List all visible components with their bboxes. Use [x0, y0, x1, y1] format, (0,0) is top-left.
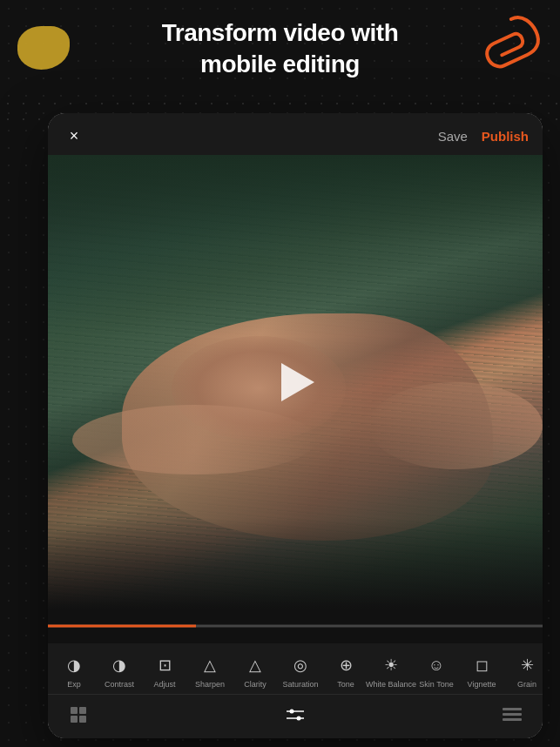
tool-grain[interactable]: ✳Grain — [504, 652, 543, 690]
tool-tone[interactable]: ⊕Tone — [323, 652, 368, 690]
tool-icon-skin-tone: ☺ — [425, 654, 448, 676]
tool-label-vignette: Vignette — [468, 680, 496, 689]
tools-row: ◑Exp◑Contrast⊡Adjust△Sharpen△Clarity◎Sat… — [48, 643, 543, 694]
bottom-toolbar: ◑Exp◑Contrast⊡Adjust△Sharpen△Clarity◎Sat… — [48, 643, 543, 738]
arm-right — [368, 382, 543, 469]
tablet-frame: × Save Publish — [48, 113, 543, 738]
tool-icon-grain: ✳ — [516, 654, 538, 676]
svg-rect-8 — [503, 708, 522, 710]
video-area[interactable] — [48, 155, 543, 609]
tool-label-skin-tone: Skin Tone — [419, 680, 453, 689]
tool-label-tone: Tone — [337, 680, 354, 689]
top-bar: × Save Publish — [48, 113, 543, 155]
tool-white-balance[interactable]: ☀White Balance — [368, 652, 414, 690]
tool-label-grain: Grain — [517, 680, 536, 689]
tool-sharpen[interactable]: △Sharpen — [187, 652, 233, 690]
tool-skin-tone[interactable]: ☺Skin Tone — [414, 652, 459, 690]
svg-rect-9 — [503, 713, 522, 716]
tool-icon-white-balance: ☀ — [380, 654, 402, 676]
tool-label-sharpen: Sharpen — [195, 680, 225, 689]
svg-rect-10 — [503, 718, 522, 721]
nav-sliders[interactable] — [282, 702, 308, 728]
tool-label-white-balance: White Balance — [366, 680, 416, 689]
tool-label-contrast: Contrast — [105, 680, 134, 689]
tool-saturation[interactable]: ◎Saturation — [278, 652, 323, 690]
tool-icon-saturation: ◎ — [289, 654, 312, 676]
header-title: Transform video with mobile editing — [0, 17, 560, 81]
nav-list[interactable] — [499, 702, 525, 728]
top-bar-actions: Save Publish — [438, 129, 529, 144]
tool-icon-clarity: △ — [244, 654, 267, 676]
tool-icon-sharpen: △ — [199, 654, 221, 676]
bottom-nav — [48, 694, 543, 738]
arm-left — [72, 405, 316, 474]
tool-label-exposure: Exp — [67, 680, 81, 689]
publish-button[interactable]: Publish — [482, 129, 529, 144]
tool-icon-vignette: ◻ — [470, 654, 493, 676]
timeline-bar — [48, 625, 543, 628]
timeline-area[interactable] — [48, 609, 543, 643]
svg-rect-0 — [71, 707, 78, 714]
svg-rect-3 — [79, 716, 86, 723]
save-button[interactable]: Save — [438, 129, 468, 144]
app-ui: × Save Publish — [48, 113, 543, 738]
tool-label-clarity: Clarity — [244, 680, 267, 689]
tool-icon-contrast: ◑ — [108, 654, 131, 676]
tool-label-saturation: Saturation — [282, 680, 318, 689]
tool-label-adjust: Adjust — [153, 680, 175, 689]
tool-clarity[interactable]: △Clarity — [233, 652, 278, 690]
svg-rect-1 — [79, 707, 86, 714]
tool-vignette[interactable]: ◻Vignette — [459, 652, 504, 690]
close-button[interactable]: × — [62, 124, 86, 148]
play-button[interactable] — [269, 356, 321, 408]
tool-contrast[interactable]: ◑Contrast — [97, 652, 142, 690]
tool-adjust[interactable]: ⊡Adjust — [142, 652, 187, 690]
timeline-progress — [48, 625, 196, 628]
svg-point-5 — [290, 710, 294, 714]
tool-icon-adjust: ⊡ — [153, 654, 176, 676]
tool-icon-tone: ⊕ — [334, 654, 357, 676]
header-section: Transform video with mobile editing — [0, 17, 560, 81]
tool-icon-exposure: ◑ — [63, 654, 85, 676]
nav-grid[interactable] — [65, 702, 91, 728]
play-icon — [281, 363, 314, 401]
svg-point-7 — [297, 717, 301, 721]
tool-exposure[interactable]: ◑Exp — [51, 652, 97, 690]
svg-rect-2 — [71, 716, 78, 723]
